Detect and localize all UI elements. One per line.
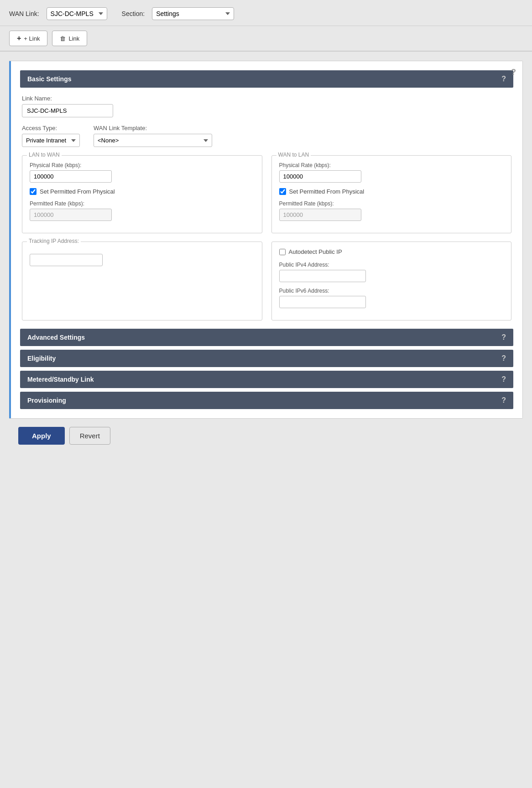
link-name-group: Link Name: xyxy=(22,95,511,117)
bottom-actions: Apply Revert xyxy=(9,419,523,453)
toolbar: + + Link 🗑 Link xyxy=(0,26,532,52)
wan-permitted-rate-group: Permitted Rate (kbps): xyxy=(279,200,504,221)
page-help-icon[interactable]: ? xyxy=(511,68,516,77)
eligibility-header[interactable]: Eligibility ? xyxy=(20,350,513,367)
public-ipv6-input[interactable] xyxy=(279,296,366,308)
delete-link-button[interactable]: 🗑 Link xyxy=(52,31,87,46)
tracking-ip-box: Tracking IP Address: xyxy=(22,242,262,320)
access-type-row: Access Type: Private Intranet WAN Link T… xyxy=(22,125,511,147)
public-ipv4-input[interactable] xyxy=(279,270,366,282)
main-content: ? Basic Settings ? Link Name: Access Typ… xyxy=(0,52,532,462)
top-bar: WAN Link: SJC-DC-MPLS Section: Settings xyxy=(0,0,532,26)
section-label: Section: xyxy=(122,10,145,17)
wan-physical-rate-label: Physical Rate (kbps): xyxy=(279,162,504,168)
lan-physical-rate-group: Physical Rate (kbps): xyxy=(30,162,255,183)
wan-set-permitted-label: Set Permitted From Physical xyxy=(289,188,365,195)
lan-physical-rate-label: Physical Rate (kbps): xyxy=(30,162,255,168)
add-link-button[interactable]: + + Link xyxy=(9,31,47,46)
tracking-ip-title: Tracking IP Address: xyxy=(27,238,81,244)
lan-permitted-rate-label: Permitted Rate (kbps): xyxy=(30,200,255,207)
public-ipv6-group: Public IPv6 Address: xyxy=(279,288,504,308)
wan-physical-rate-input[interactable] xyxy=(279,170,361,183)
lan-set-permitted-label: Set Permitted From Physical xyxy=(40,188,115,195)
metered-standby-header[interactable]: Metered/Standby Link ? xyxy=(20,371,513,388)
access-type-select[interactable]: Private Intranet xyxy=(22,134,80,147)
section-select[interactable]: Settings xyxy=(152,7,234,20)
apply-button[interactable]: Apply xyxy=(18,427,65,445)
metered-standby-help-icon[interactable]: ? xyxy=(501,375,506,383)
wan-link-template-col: WAN Link Template: <None> xyxy=(94,125,212,147)
basic-settings-title: Basic Settings xyxy=(27,75,71,83)
eligibility-title: Eligibility xyxy=(27,355,56,362)
wan-permitted-rate-label: Permitted Rate (kbps): xyxy=(279,200,504,207)
basic-settings-help-icon[interactable]: ? xyxy=(501,75,506,83)
lan-wan-row: LAN to WAN Physical Rate (kbps): Set Per… xyxy=(22,155,511,233)
link-name-input[interactable] xyxy=(22,104,113,117)
advanced-settings-header[interactable]: Advanced Settings ? xyxy=(20,329,513,346)
lan-to-wan-box: LAN to WAN Physical Rate (kbps): Set Per… xyxy=(22,155,262,233)
public-ipv6-label: Public IPv6 Address: xyxy=(279,288,504,294)
eligibility-help-icon[interactable]: ? xyxy=(501,354,506,362)
autodetect-label: Autodetect Public IP xyxy=(289,248,342,255)
metered-standby-title: Metered/Standby Link xyxy=(27,376,94,383)
provisioning-header[interactable]: Provisioning ? xyxy=(20,392,513,409)
lan-physical-rate-input[interactable] xyxy=(30,170,112,183)
lan-set-permitted-row: Set Permitted From Physical xyxy=(30,188,255,195)
link-name-label: Link Name: xyxy=(22,95,511,102)
lan-permitted-rate-input[interactable] xyxy=(30,209,112,221)
advanced-settings-help-icon[interactable]: ? xyxy=(501,333,506,341)
public-ip-box: Autodetect Public IP Public IPv4 Address… xyxy=(271,242,512,320)
wan-permitted-rate-input[interactable] xyxy=(279,209,361,221)
autodetect-row: Autodetect Public IP xyxy=(279,248,504,255)
tracking-ip-input[interactable] xyxy=(30,254,103,266)
revert-button[interactable]: Revert xyxy=(69,427,110,445)
wan-physical-rate-group: Physical Rate (kbps): xyxy=(279,162,504,183)
access-type-label: Access Type: xyxy=(22,125,80,131)
public-ipv4-group: Public IPv4 Address: xyxy=(279,262,504,282)
lan-to-wan-title: LAN to WAN xyxy=(27,152,62,158)
provisioning-title: Provisioning xyxy=(27,397,66,404)
tracking-public-row: Tracking IP Address: Autodetect Public I… xyxy=(22,242,511,320)
add-link-label: + Link xyxy=(24,35,40,42)
advanced-settings-title: Advanced Settings xyxy=(27,334,85,341)
wan-set-permitted-checkbox[interactable] xyxy=(279,188,286,195)
wan-to-lan-box: WAN to LAN Physical Rate (kbps): Set Per… xyxy=(271,155,512,233)
content-panel: ? Basic Settings ? Link Name: Access Typ… xyxy=(9,61,523,419)
lan-set-permitted-checkbox[interactable] xyxy=(30,188,37,195)
wan-set-permitted-row: Set Permitted From Physical xyxy=(279,188,504,195)
basic-settings-body: Link Name: Access Type: Private Intranet… xyxy=(20,95,513,320)
wan-link-select[interactable]: SJC-DC-MPLS xyxy=(47,7,107,20)
access-type-col: Access Type: Private Intranet xyxy=(22,125,80,147)
autodetect-checkbox[interactable] xyxy=(279,249,286,255)
plus-icon: + xyxy=(17,34,21,42)
lan-permitted-rate-group: Permitted Rate (kbps): xyxy=(30,200,255,221)
delete-link-label: Link xyxy=(68,35,79,42)
wan-link-label: WAN Link: xyxy=(9,10,39,17)
wan-to-lan-title: WAN to LAN xyxy=(276,152,311,158)
public-ipv4-label: Public IPv4 Address: xyxy=(279,262,504,268)
wan-link-template-label: WAN Link Template: xyxy=(94,125,212,131)
provisioning-help-icon[interactable]: ? xyxy=(501,396,506,405)
wan-link-template-select[interactable]: <None> xyxy=(94,134,212,147)
trash-icon: 🗑 xyxy=(60,35,66,42)
basic-settings-header[interactable]: Basic Settings ? xyxy=(20,70,513,88)
